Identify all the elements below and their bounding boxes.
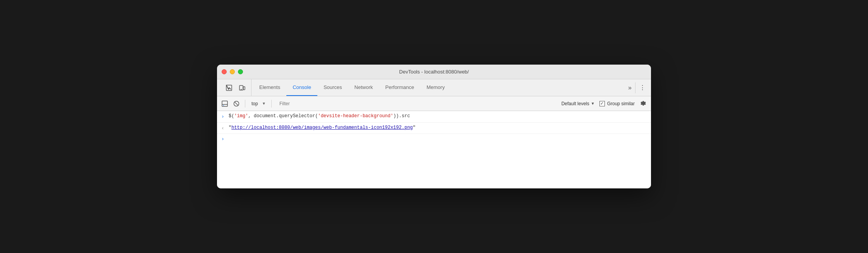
default-levels-button[interactable]: Default levels ▼	[559, 100, 597, 107]
tabs-container: Elements Console Sources Network Perform…	[253, 79, 625, 96]
minimize-button[interactable]	[230, 69, 235, 74]
console-prompt-gutter: ›	[217, 136, 229, 142]
title-bar: DevTools - localhost:8080/web/	[217, 65, 651, 79]
tab-network[interactable]: Network	[348, 79, 379, 96]
console-toolbar: top ▼ Default levels ▼ ✓ Group similar	[217, 96, 651, 111]
more-tabs-button[interactable]: »	[625, 82, 636, 93]
console-output-code-1: "http://localhost:8080/web/images/web-fu…	[229, 124, 648, 131]
close-button[interactable]	[222, 69, 227, 74]
console-input-row-1: › $('img', document.querySelector('devsi…	[217, 111, 651, 123]
filter-input-wrapper	[278, 100, 555, 107]
console-output-row-1: ‹ "http://localhost:8080/web/images/web-…	[217, 123, 651, 134]
tab-performance[interactable]: Performance	[379, 79, 420, 96]
tab-bar: Elements Console Sources Network Perform…	[217, 79, 651, 96]
toolbar-separator-1	[245, 100, 245, 108]
context-select-input[interactable]: top	[249, 100, 267, 107]
filter-input[interactable]	[278, 100, 555, 107]
group-similar-wrapper: ✓ Group similar	[599, 101, 635, 106]
window-title: DevTools - localhost:8080/web/	[399, 69, 469, 75]
context-selector[interactable]: top ▼	[249, 100, 267, 107]
group-similar-checkbox[interactable]: ✓	[599, 101, 605, 106]
console-link[interactable]: http://localhost:8080/web/images/web-fun…	[231, 125, 413, 130]
tab-memory[interactable]: Memory	[420, 79, 451, 96]
devtools-menu-button[interactable]: ⋮	[637, 82, 648, 93]
traffic-lights	[222, 69, 243, 74]
console-prompt-row[interactable]: ›	[217, 134, 651, 144]
maximize-button[interactable]	[238, 69, 243, 74]
devtools-icons	[220, 79, 251, 96]
console-input-gutter: ›	[217, 113, 229, 121]
default-levels-arrow-icon: ▼	[591, 101, 595, 106]
clear-console-button[interactable]	[232, 99, 241, 108]
tab-extras: » ⋮	[625, 79, 648, 96]
console-input-code-1: $('img', document.querySelector('devsite…	[229, 113, 648, 120]
console-output: › $('img', document.querySelector('devsi…	[217, 111, 651, 188]
devtools-window: DevTools - localhost:8080/web/	[217, 65, 651, 188]
show-console-drawer-button[interactable]	[220, 99, 229, 108]
toolbar-separator-2	[271, 100, 272, 108]
device-toolbar-button[interactable]	[236, 82, 248, 93]
inspect-icon-button[interactable]	[223, 82, 235, 93]
tab-elements[interactable]: Elements	[253, 79, 286, 96]
tab-console[interactable]: Console	[286, 79, 317, 96]
svg-rect-4	[222, 101, 227, 106]
console-settings-button[interactable]	[639, 99, 648, 108]
tab-sources[interactable]: Sources	[317, 79, 348, 96]
svg-rect-2	[243, 87, 245, 90]
svg-line-7	[235, 102, 238, 105]
console-output-gutter: ‹	[217, 124, 229, 132]
